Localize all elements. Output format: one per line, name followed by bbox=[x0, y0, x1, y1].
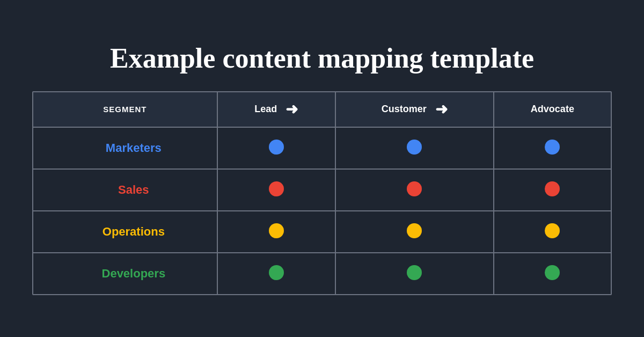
table-row: Operations bbox=[33, 211, 611, 253]
table-row: Developers bbox=[33, 253, 611, 294]
dot-developers-advocate bbox=[494, 253, 611, 294]
segment-label-developers: Developers bbox=[33, 253, 217, 294]
table-header-row: SEGMENT Lead ➜ Customer ➜ Advocate bbox=[33, 92, 611, 127]
dot-icon bbox=[545, 181, 560, 196]
arrow-lead-to-customer-icon: ➜ bbox=[286, 102, 298, 117]
dot-operations-customer bbox=[335, 211, 494, 253]
dot-sales-advocate bbox=[494, 169, 611, 211]
content-mapping-table: SEGMENT Lead ➜ Customer ➜ Advocate bbox=[32, 91, 612, 295]
header-lead: Lead ➜ bbox=[217, 92, 335, 127]
segment-label-marketers: Marketers bbox=[33, 127, 217, 169]
arrow-customer-to-advocate-icon: ➜ bbox=[435, 102, 448, 117]
dot-icon bbox=[269, 223, 284, 238]
dot-icon bbox=[269, 265, 284, 280]
dot-operations-lead bbox=[217, 211, 335, 253]
dot-icon bbox=[269, 181, 284, 196]
dot-icon bbox=[269, 140, 284, 155]
page-title: Example content mapping template bbox=[110, 42, 534, 74]
segment-label-sales: Sales bbox=[33, 169, 217, 211]
dot-icon bbox=[407, 265, 422, 280]
dot-icon bbox=[407, 181, 422, 196]
dot-developers-customer bbox=[335, 253, 494, 294]
dot-marketers-lead bbox=[217, 127, 335, 169]
header-segment: SEGMENT bbox=[33, 92, 217, 127]
table-row: Marketers bbox=[33, 127, 611, 169]
dot-developers-lead bbox=[217, 253, 335, 294]
table-row: Sales bbox=[33, 169, 611, 211]
segment-label-operations: Operations bbox=[33, 211, 217, 253]
dot-icon bbox=[545, 223, 560, 238]
dot-icon bbox=[407, 223, 422, 238]
dot-icon bbox=[545, 140, 560, 155]
dot-operations-advocate bbox=[494, 211, 611, 253]
dot-marketers-customer bbox=[335, 127, 494, 169]
header-customer: Customer ➜ bbox=[335, 92, 494, 127]
dot-marketers-advocate bbox=[494, 127, 611, 169]
dot-icon bbox=[407, 140, 422, 155]
dot-sales-lead bbox=[217, 169, 335, 211]
dot-sales-customer bbox=[335, 169, 494, 211]
dot-icon bbox=[545, 265, 560, 280]
header-advocate: Advocate bbox=[494, 92, 611, 127]
